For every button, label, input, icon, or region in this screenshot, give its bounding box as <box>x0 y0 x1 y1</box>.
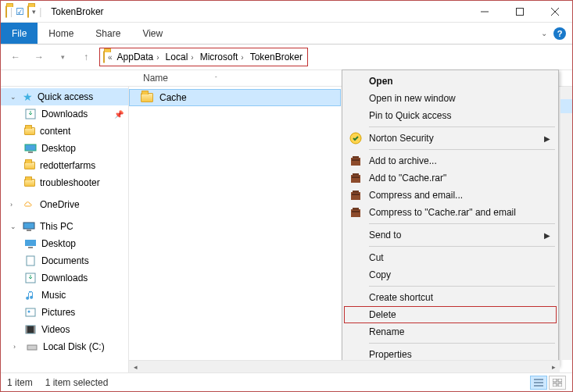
qat-dropdown-icon[interactable]: ▾ <box>32 8 36 16</box>
winrar-icon <box>349 205 363 219</box>
nav-onedrive[interactable]: ›OneDrive <box>1 196 128 213</box>
nav-pc-pictures[interactable]: Pictures <box>1 304 128 321</box>
folder-icon <box>24 127 35 135</box>
nav-pc-desktop[interactable]: Desktop <box>1 235 128 252</box>
nav-this-pc[interactable]: ⌄This PC <box>1 218 128 235</box>
qat-divider: | <box>39 6 41 17</box>
chevron-right-icon[interactable]: › <box>191 53 193 62</box>
breadcrumb-part[interactable]: Microsoft <box>200 52 238 62</box>
ribbon-expand-icon[interactable]: ⌄ <box>541 29 547 37</box>
view-details-button[interactable] <box>530 376 547 390</box>
ctx-label: Delete <box>369 309 396 320</box>
ctx-delete[interactable]: Delete <box>344 306 557 323</box>
ctx-add-archive[interactable]: Add to archive... <box>344 152 557 169</box>
ctx-send-to[interactable]: Send to▶ <box>344 226 557 244</box>
title-bar: | ☑ ▾ | TokenBroker <box>1 1 572 23</box>
nav-quick-access[interactable]: ⌄★Quick access <box>1 88 128 105</box>
nav-pc-localdisk[interactable]: ›Local Disk (C:) <box>1 338 128 355</box>
maximize-button[interactable] <box>502 1 537 23</box>
nav-label: Downloads <box>41 273 88 283</box>
ctx-label: Add to archive... <box>369 155 437 166</box>
svg-rect-36 <box>558 379 562 382</box>
ctx-label: Add to "Cache.rar" <box>369 173 446 184</box>
chevron-right-icon[interactable]: › <box>156 53 159 62</box>
scrollbar-thumb[interactable] <box>560 99 572 113</box>
navigation-pane[interactable]: ⌄★Quick access Downloads📌 content Deskto… <box>1 87 129 372</box>
winrar-icon <box>349 188 363 202</box>
up-button[interactable]: ↑ <box>76 47 96 67</box>
nav-pc-videos[interactable]: Videos <box>1 321 128 338</box>
videos-icon <box>24 323 37 336</box>
breadcrumb-overflow[interactable]: « <box>108 53 113 62</box>
svg-rect-10 <box>28 247 33 248</box>
nav-pc-documents[interactable]: Documents <box>1 252 128 269</box>
nav-label: Desktop <box>41 238 76 249</box>
nav-label: redotterfarms <box>40 160 95 171</box>
tab-view[interactable]: View <box>131 23 174 44</box>
horizontal-scrollbar[interactable]: ◂▸ <box>129 360 560 372</box>
tab-home[interactable]: Home <box>38 23 84 44</box>
file-tab[interactable]: File <box>1 23 38 44</box>
nav-label: Quick access <box>38 91 93 102</box>
ctx-create-shortcut[interactable]: Create shortcut <box>344 289 557 306</box>
ctx-cut[interactable]: Cut <box>344 249 557 266</box>
window-title: TokenBroker <box>46 6 108 17</box>
ctx-rename[interactable]: Rename <box>344 323 557 340</box>
qat-newfolder-icon[interactable] <box>27 6 29 17</box>
svg-rect-37 <box>553 383 557 387</box>
svg-rect-29 <box>351 209 360 217</box>
ctx-label: Cut <box>369 252 384 263</box>
ctx-open[interactable]: Open <box>344 73 557 90</box>
ctx-pin-quick[interactable]: Pin to Quick access <box>344 107 557 124</box>
nav-item-troubleshooter[interactable]: troubleshooter <box>1 174 128 191</box>
qat-divider: | <box>10 6 13 17</box>
forward-button[interactable]: → <box>29 47 49 67</box>
breadcrumb-part[interactable]: AppData <box>117 52 154 62</box>
nav-item-redotterfarms[interactable]: redotterfarms <box>1 157 128 174</box>
ctx-open-new-window[interactable]: Open in new window <box>344 90 557 107</box>
ctx-add-cache-rar[interactable]: Add to "Cache.rar" <box>344 169 557 187</box>
minimize-button[interactable] <box>467 1 502 23</box>
svg-rect-16 <box>26 326 27 333</box>
scroll-right-icon[interactable]: ▸ <box>547 363 560 371</box>
ctx-separator <box>369 223 555 224</box>
breadcrumb[interactable]: « AppData› Local› Microsoft› TokenBroker <box>99 48 308 66</box>
svg-rect-24 <box>353 173 359 176</box>
nav-label: Pictures <box>41 307 75 318</box>
qat-properties-icon[interactable]: ☑ <box>16 6 24 17</box>
close-button[interactable] <box>537 1 572 23</box>
ctx-compress-cache-email[interactable]: Compress to "Cache.rar" and email <box>344 204 557 221</box>
ctx-norton[interactable]: Norton Security▶ <box>344 130 557 147</box>
ctx-copy[interactable]: Copy <box>344 266 557 283</box>
chevron-right-icon[interactable]: › <box>241 53 243 62</box>
nav-pc-music[interactable]: Music <box>1 287 128 304</box>
recent-dropdown[interactable]: ▾ <box>52 47 73 67</box>
pc-icon <box>23 220 35 233</box>
vertical-scrollbar[interactable] <box>560 87 572 360</box>
nav-pc-downloads[interactable]: Downloads <box>1 269 128 287</box>
view-thumbnails-button[interactable] <box>549 376 566 390</box>
svg-rect-25 <box>352 176 360 178</box>
nav-item-downloads[interactable]: Downloads📌 <box>1 105 128 123</box>
back-button[interactable]: ← <box>5 47 26 67</box>
svg-rect-30 <box>353 208 359 210</box>
scroll-left-icon[interactable]: ◂ <box>129 363 141 371</box>
file-row-cache[interactable]: Cache <box>129 89 341 106</box>
nav-label: Desktop <box>41 143 76 154</box>
svg-rect-20 <box>351 158 360 166</box>
help-icon[interactable]: ? <box>553 27 566 40</box>
breadcrumb-part[interactable]: TokenBroker <box>250 52 303 62</box>
ctx-label: Pin to Quick access <box>369 110 451 121</box>
documents-icon <box>24 255 37 267</box>
ctx-compress-email[interactable]: Compress and email... <box>344 187 557 204</box>
nav-label: troubleshooter <box>40 177 100 188</box>
norton-icon <box>349 131 363 145</box>
ctx-label: Open <box>369 76 393 87</box>
nav-item-content[interactable]: content <box>1 123 128 140</box>
svg-rect-7 <box>23 223 34 229</box>
svg-rect-17 <box>34 326 35 333</box>
breadcrumb-part[interactable]: Local <box>166 52 188 62</box>
tab-share[interactable]: Share <box>84 23 131 44</box>
desktop-icon <box>24 142 37 155</box>
nav-item-desktop[interactable]: Desktop <box>1 140 128 157</box>
